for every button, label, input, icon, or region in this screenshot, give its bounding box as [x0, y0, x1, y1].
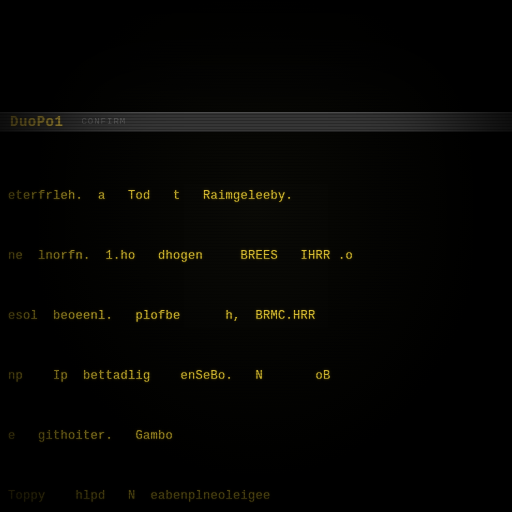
- titlebar: DuoPo1 CONFIRM: [0, 112, 512, 132]
- terminal-line: np Ip bettadlig enSeBo. N oB: [8, 366, 504, 386]
- terminal-line: e githoiter. Gambo: [8, 426, 504, 446]
- terminal-screen: DuoPo1 CONFIRM eterfrleh. a Tod t Raimge…: [0, 0, 512, 512]
- titlebar-subtitle: CONFIRM: [81, 117, 126, 127]
- terminal-line: eterfrleh. a Tod t Raimgeleeby.: [8, 186, 504, 206]
- titlebar-title: DuoPo1: [10, 114, 63, 130]
- terminal-line: ne lnorfn. 1.ho dhogen BREES IHRR .o: [8, 246, 504, 266]
- terminal-text: eterfrleh. a Tod t Raimgeleeby. ne lnorf…: [8, 146, 504, 512]
- terminal-line: esol beoeenl. plofbe h, BRMC.HRR: [8, 306, 504, 326]
- terminal-line: Toppy hlpd N eabenplneoleigee: [8, 486, 504, 506]
